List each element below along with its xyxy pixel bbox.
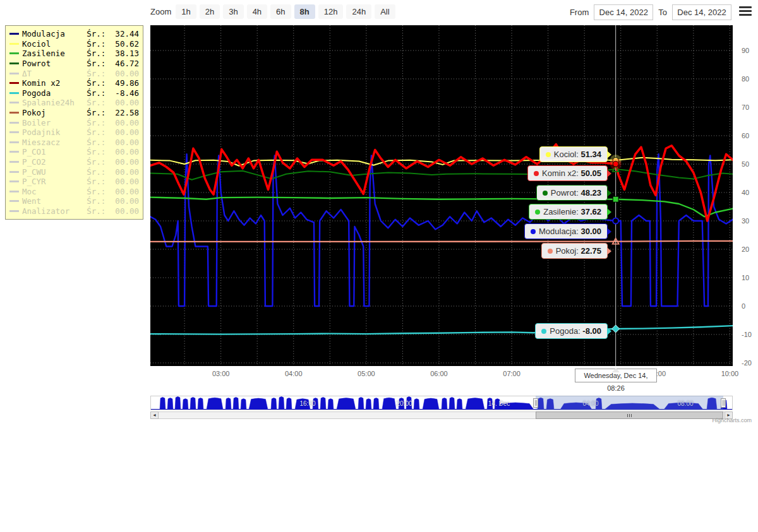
legend-item-spalanie24h[interactable]: Spalanie24hŚr.: 00.00 xyxy=(9,98,139,108)
tooltip-text: Modulacja: 30.00 xyxy=(539,227,601,236)
tooltip-series-dot xyxy=(548,249,553,254)
zoom-button-group: Zoom 1h2h3h4h6h8h12h24hAll xyxy=(150,4,395,19)
legend-swatch xyxy=(9,151,19,153)
zoom-button-2h[interactable]: 2h xyxy=(200,4,220,19)
legend-series-average: Śr.: 46.72 xyxy=(87,59,139,68)
legend-item-p-cwu[interactable]: P_CWUŚr.: 00.00 xyxy=(9,167,139,177)
legend-series-average: Śr.: 32.44 xyxy=(87,29,139,38)
legend-series-name: P_CO1 xyxy=(22,147,87,157)
tooltip-arrow xyxy=(607,228,611,235)
toolbar: Zoom 1h2h3h4h6h8h12h24hAll From To xyxy=(0,0,758,24)
legend-swatch xyxy=(9,171,19,173)
legend-swatch xyxy=(9,33,19,35)
legend-series-name: Komin x2 xyxy=(22,78,87,88)
tooltip-text: Komin x2: 50.05 xyxy=(542,168,601,178)
legend-series-name: Powrot xyxy=(22,59,87,68)
legend-series-average: Śr.: 00.00 xyxy=(87,157,139,167)
tooltip-pogoda: Pogoda: -8.00 xyxy=(535,323,608,339)
from-date-input[interactable] xyxy=(594,4,653,20)
legend-item-moc[interactable]: MocŚr.: 00.00 xyxy=(9,187,139,197)
legend-swatch xyxy=(9,52,19,54)
legend-item-pogoda[interactable]: PogodaŚr.: -8.46 xyxy=(9,88,139,98)
zoom-button-8h[interactable]: 8h xyxy=(294,4,315,19)
y-axis-tick--20: -20 xyxy=(742,359,752,367)
y-axis-tick-90: 90 xyxy=(742,47,749,54)
legend-item-modulacja[interactable]: ModulacjaŚr.: 32.44 xyxy=(9,29,139,39)
tooltip-series-dot xyxy=(543,191,548,196)
legend-item-kociol[interactable]: KociolŚr.: 50.62 xyxy=(9,39,139,49)
legend-series-average: Śr.: 00.00 xyxy=(87,177,139,186)
legend-series-name: P_CWU xyxy=(22,167,87,177)
navigator-right-handle[interactable] xyxy=(721,398,726,408)
y-axis-tick-80: 80 xyxy=(742,75,749,83)
zoom-button-1h[interactable]: 1h xyxy=(176,4,196,19)
y-axis-tick-60: 60 xyxy=(742,132,749,139)
legend-swatch xyxy=(9,161,19,163)
chart-svg xyxy=(150,25,733,366)
zoom-button-12h[interactable]: 12h xyxy=(318,4,344,19)
legend-series-name: P_CYR xyxy=(22,177,87,186)
legend-item-boiler[interactable]: BoilerŚr.: 00.00 xyxy=(9,117,139,127)
highcharts-credit[interactable]: Highcharts.com xyxy=(689,417,752,423)
navigator-selected-mask[interactable] xyxy=(536,396,723,410)
tooltip-text: Powrot: 48.23 xyxy=(551,188,601,198)
legend-swatch xyxy=(9,180,19,182)
legend-series-name: Moc xyxy=(22,187,87,196)
zoom-button-all[interactable]: All xyxy=(375,4,395,19)
y-axis-tick-0: 0 xyxy=(742,302,745,310)
scrollbar-left-button[interactable]: ◄ xyxy=(150,411,159,419)
tooltip-arrow xyxy=(607,151,611,158)
legend-swatch xyxy=(9,141,19,143)
chart-plot-area[interactable] xyxy=(150,25,733,366)
navigator-left-handle[interactable] xyxy=(533,398,538,408)
zoom-button-3h[interactable]: 3h xyxy=(223,4,243,19)
tooltip-series-dot xyxy=(541,329,546,334)
tooltip-text: Zasilenie: 37.62 xyxy=(543,207,601,216)
legend-swatch xyxy=(9,73,19,74)
legend-series-name: Kociol xyxy=(22,39,87,49)
tooltip-series-dot xyxy=(546,152,551,157)
tooltip-series-dot xyxy=(534,171,539,176)
legend-series-average: Śr.: 00.00 xyxy=(87,98,139,107)
y-axis-tick-10: 10 xyxy=(742,274,749,281)
x-axis-tick-0400: 04:00 xyxy=(285,370,303,377)
legend-series-average: Śr.: 00.00 xyxy=(87,138,139,147)
crosshair-notch xyxy=(612,364,620,372)
legend-item-mieszacz[interactable]: MieszaczŚr.: 00.00 xyxy=(9,138,139,148)
legend-series-name: Analizator xyxy=(22,206,87,216)
legend-item-went[interactable]: WentŚr.: 00.00 xyxy=(9,196,139,206)
x-axis-tick-0600: 06:00 xyxy=(430,370,448,377)
tooltip-arrow xyxy=(607,189,611,197)
legend-item-zasilenie[interactable]: ZasilenieŚr.: 38.13 xyxy=(9,49,139,59)
zoom-button-6h[interactable]: 6h xyxy=(270,4,291,19)
legend-item--t[interactable]: ΔTŚr.: 00.00 xyxy=(9,68,139,78)
legend-item-analizator[interactable]: AnalizatorŚr.: 00.00 xyxy=(9,206,139,216)
tooltip-arrow xyxy=(607,328,611,335)
x-axis-tick-0300: 03:00 xyxy=(212,370,230,377)
legend-series-name: Boiler xyxy=(22,118,87,127)
legend-item-komin-x2[interactable]: Komin x2Śr.: 49.86 xyxy=(9,78,139,88)
legend-item-p-co1[interactable]: P_CO1Śr.: 00.00 xyxy=(9,147,139,157)
legend-series-name: Pokoj xyxy=(22,108,87,117)
legend-swatch xyxy=(9,82,19,84)
legend-item-pokoj[interactable]: PokojŚr.: 22.58 xyxy=(9,108,139,118)
legend-series-average: Śr.: 38.13 xyxy=(87,49,139,58)
context-menu-icon[interactable] xyxy=(739,6,752,16)
zoom-button-24h[interactable]: 24h xyxy=(346,4,371,19)
legend-item-powrot[interactable]: PowrotŚr.: 46.72 xyxy=(9,59,139,69)
legend-item-p-cyr[interactable]: P_CYRŚr.: 00.00 xyxy=(9,177,139,187)
zoom-button-4h[interactable]: 4h xyxy=(247,4,267,19)
legend-item-podajnik[interactable]: PodajnikŚr.: 00.00 xyxy=(9,127,139,138)
legend-series-average: Śr.: 00.00 xyxy=(87,187,139,196)
tooltip-powrot: Powrot: 48.23 xyxy=(536,185,608,201)
legend-series-name: Pogoda xyxy=(22,88,87,98)
legend-swatch xyxy=(9,122,19,124)
legend-series-average: Śr.: 00.00 xyxy=(87,147,139,157)
tooltip-arrow xyxy=(607,170,611,177)
to-date-input[interactable] xyxy=(672,4,731,20)
tooltip-kociol: Kociol: 51.34 xyxy=(539,146,608,162)
x-axis-tick-0500: 05:00 xyxy=(358,370,375,377)
legend-item-p-co2[interactable]: P_CO2Śr.: 00.00 xyxy=(9,157,139,167)
legend-swatch xyxy=(9,102,19,103)
zoom-label: Zoom xyxy=(150,7,171,16)
